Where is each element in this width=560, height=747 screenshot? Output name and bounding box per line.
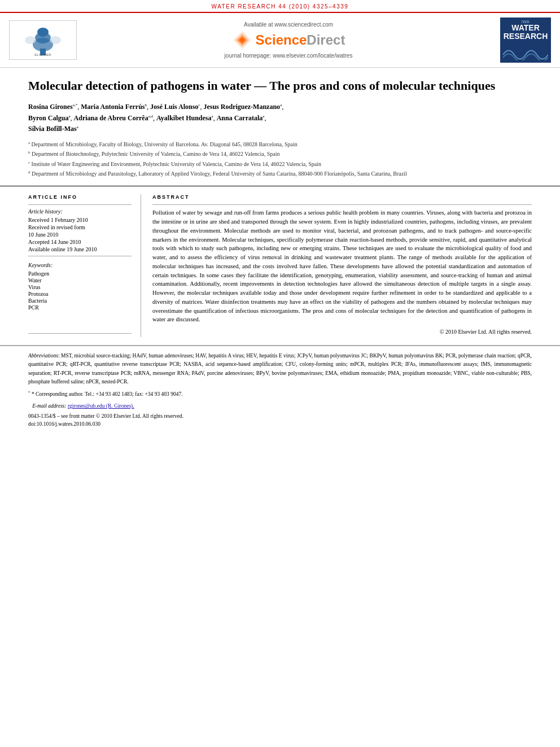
author-9-sup: a xyxy=(77,125,78,129)
date-revised: 10 June 2010 xyxy=(28,231,132,238)
abstract-heading: ABSTRACT xyxy=(152,194,532,200)
article-title: Molecular detection of pathogens in wate… xyxy=(28,78,532,94)
keyword-6: PCR xyxy=(28,304,132,311)
journal-header-bar: WATER RESEARCH 44 (2010) 4325–4339 xyxy=(0,0,560,13)
article-info-divider xyxy=(28,204,132,205)
corresponding-text: Tel.: +34 93 402 1483; fax: +34 93 403 9… xyxy=(85,391,182,397)
svg-point-5 xyxy=(50,36,61,44)
author-1: Rosina Girones xyxy=(28,103,73,111)
keyword-2: Water xyxy=(28,277,132,283)
keyword-3: Virus xyxy=(28,284,132,290)
author-2: Maria Antonia Ferrús xyxy=(81,103,145,111)
article-title-section: Molecular detection of pathogens in wate… xyxy=(0,68,560,186)
affil-4: d Department of Microbiology and Parasit… xyxy=(28,169,532,178)
author-6-sup: a,d xyxy=(148,114,153,119)
author-9: Sílvia Bofill-Mas xyxy=(28,125,77,133)
author-4-sup: a xyxy=(280,103,282,107)
email-text: rgirones@ub.edu (R. Girones). xyxy=(68,403,134,409)
bottom-divider xyxy=(28,333,132,334)
author-8: Anna Carratala xyxy=(217,114,263,122)
footer-section: Abbreviations: MST, microbial source-tra… xyxy=(0,346,560,432)
abbreviations-label: Abbreviations xyxy=(28,353,58,359)
keyword-5: Bacteria xyxy=(28,298,132,304)
article-history-label: Article history: xyxy=(28,208,132,215)
author-4: Jesus Rodriguez-Manzano xyxy=(203,103,280,111)
abbreviations-text: Abbreviations: MST, microbial source-tra… xyxy=(28,352,532,386)
affil-3: c Institute of Water Engineering and Env… xyxy=(28,160,532,169)
sciencedirect-text: ScienceDirect xyxy=(256,32,345,48)
abbreviations-content: MST, microbial source-tracking; HAdV, hu… xyxy=(28,353,532,385)
keyword-4: Protozoa xyxy=(28,291,132,297)
affiliations: a Department of Microbiology, Faculty of… xyxy=(28,140,532,178)
elsevier-logo: ELSEVIER xyxy=(9,20,77,60)
doi-text: doi:10.1016/j.watres.2010.06.030 xyxy=(28,421,532,427)
logos-row: ELSEVIER Available at www.sciencedirect.… xyxy=(0,13,560,68)
center-logos: Available at www.sciencedirect.com Scien… xyxy=(77,21,500,59)
email-line: E-mail address: rgirones@ub.edu (R. Giro… xyxy=(28,402,532,410)
abstract-divider xyxy=(152,204,532,205)
author-6: Adriana de Abreu Corrêa xyxy=(74,114,148,122)
date-accepted: Accepted 14 June 2010 xyxy=(28,239,132,245)
available-text: Available at www.sciencedirect.com xyxy=(244,21,333,28)
wr-badge-wave-icon xyxy=(503,43,548,60)
affil-1: a Department of Microbiology, Faculty of… xyxy=(28,140,532,149)
keyword-1: Pathogen xyxy=(28,270,132,277)
abstract-text: Pollution of water by sewage and run-off… xyxy=(152,208,532,324)
date-revised-label: Received in revised form xyxy=(28,224,132,230)
elsevier-tree-icon: ELSEVIER xyxy=(20,23,65,57)
date-online: Available online 19 June 2010 xyxy=(28,246,132,252)
keywords-divider xyxy=(28,256,132,256)
svg-point-4 xyxy=(25,36,36,44)
author-8-sup: a xyxy=(262,114,264,119)
author-5: Byron Calgua xyxy=(28,114,68,122)
corresponding-author-note: * * Corresponding author. Tel.: +34 93 4… xyxy=(28,390,532,399)
article-info-col: ARTICLE INFO Article history: Received 1… xyxy=(28,194,141,337)
rights-text: 0043-1354/$ – see front matter © 2010 El… xyxy=(28,413,532,419)
svg-point-3 xyxy=(37,28,49,37)
authors: Rosina Gironesa,*, Maria Antonia Ferrúsb… xyxy=(28,102,532,134)
date-received: Received 1 February 2010 xyxy=(28,217,132,223)
water-research-badge: IWA WATERRESEARCH xyxy=(500,18,551,63)
sciencedirect-diamond-icon xyxy=(232,30,252,50)
author-7: Ayalkibet Hundesa xyxy=(156,114,211,122)
svg-text:ELSEVIER: ELSEVIER xyxy=(34,53,51,56)
journal-homepage-text: journal homepage: www.elsevier.com/locat… xyxy=(225,53,353,59)
article-info-heading: ARTICLE INFO xyxy=(28,194,132,200)
author-3: José Luis Alonso xyxy=(150,103,198,111)
email-label: E-mail address: xyxy=(32,403,67,409)
author-1-sup: a,* xyxy=(73,103,77,107)
affil-2: b Department of Biotechnology, Polytechn… xyxy=(28,150,532,159)
sciencedirect-logo: ScienceDirect xyxy=(232,30,345,50)
corresponding-label: * Corresponding author. xyxy=(32,391,84,397)
keywords-label: Keywords: xyxy=(28,262,132,268)
wr-badge-title: WATERRESEARCH xyxy=(504,24,548,41)
abstract-copyright: © 2010 Elsevier Ltd. All rights reserved… xyxy=(152,329,532,335)
two-col-section: ARTICLE INFO Article history: Received 1… xyxy=(0,186,560,346)
abstract-col: ABSTRACT Pollution of water by sewage an… xyxy=(152,194,532,337)
